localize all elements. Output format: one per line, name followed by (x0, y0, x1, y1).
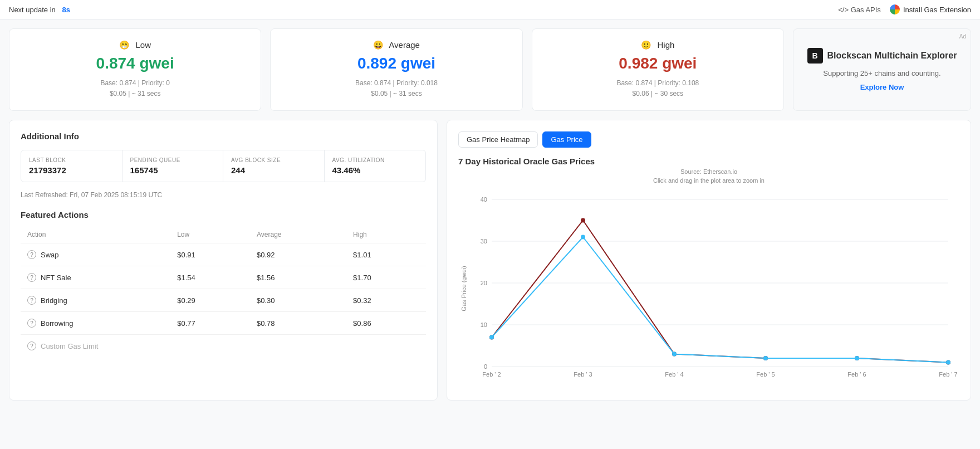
action-low: $1.54 (170, 266, 250, 289)
action-low: $0.29 (170, 289, 250, 312)
action-question-icon[interactable]: ? (27, 296, 36, 305)
action-name-text: Swap (41, 251, 59, 259)
top-bar: Next update in 8s </> Gas APIs Install G… (0, 0, 980, 19)
update-timer: Next update in 8s (9, 6, 70, 14)
gas-avg-value: 0.892 gwei (282, 55, 511, 72)
col-action: Action (21, 226, 170, 243)
chart-title: 7 Day Historical Oracle Gas Prices (458, 157, 959, 166)
action-high: $1.70 (346, 266, 426, 289)
chart-area[interactable]: 010203040Feb ' 2Feb ' 3Feb ' 4Feb ' 5Feb… (458, 188, 959, 389)
ad-badge: Ad (959, 33, 966, 40)
svg-text:20: 20 (481, 280, 487, 286)
stat-avg-utilization-value: 43.46% (332, 165, 418, 175)
action-average: $1.56 (250, 266, 346, 289)
gas-low-emoji: 😁 (119, 40, 130, 50)
stat-last-block-value: 21793372 (29, 165, 114, 175)
action-question-icon[interactable]: ? (27, 319, 36, 328)
ad-description: Supporting 25+ chains and counting. (823, 69, 940, 77)
action-average: $0.30 (250, 289, 346, 312)
gas-apis-button[interactable]: </> Gas APIs (838, 6, 881, 14)
table-row: ? Swap $0.91 $0.92 $1.01 (21, 243, 426, 266)
gas-card-average: 😀 Average 0.892 gwei Base: 0.874 | Prior… (270, 28, 522, 111)
action-low: $0.77 (170, 312, 250, 335)
action-name-cell: ? Bridging (21, 289, 170, 312)
svg-text:Gas Price (gwei): Gas Price (gwei) (460, 266, 467, 311)
gas-card-low: 😁 Low 0.874 gwei Base: 0.874 | Priority:… (9, 28, 261, 111)
ad-explore-link[interactable]: Explore Now (860, 83, 904, 91)
action-name-cell: ? Swap (21, 243, 170, 266)
stat-pending-queue: PENDING QUEUE 165745 (122, 150, 224, 182)
action-name-text: NFT Sale (41, 274, 71, 282)
gas-high-value: 0.982 gwei (543, 55, 772, 72)
tab-gas-price[interactable]: Gas Price (542, 131, 591, 148)
gas-price-chart[interactable]: 010203040Feb ' 2Feb ' 3Feb ' 4Feb ' 5Feb… (458, 188, 959, 389)
table-row: ? Bridging $0.29 $0.30 $0.32 (21, 289, 426, 312)
stat-avg-block-size-label: AVG BLOCK SIZE (231, 157, 316, 163)
top-bar-right: </> Gas APIs Install Gas Extension (838, 4, 971, 14)
svg-text:Feb ' 5: Feb ' 5 (756, 371, 775, 378)
svg-point-27 (855, 356, 859, 360)
svg-point-28 (946, 360, 950, 365)
svg-text:Feb ' 3: Feb ' 3 (574, 371, 592, 378)
custom-gas-limit-row[interactable]: ? (21, 335, 426, 358)
tab-gas-price-heatmap[interactable]: Gas Price Heatmap (458, 131, 538, 148)
last-refreshed: Last Refreshed: Fri, 07 Feb 2025 08:15:1… (21, 191, 426, 199)
additional-info-title: Additional Info (21, 131, 426, 141)
main-container: 😁 Low 0.874 gwei Base: 0.874 | Priority:… (0, 19, 980, 409)
stat-pending-queue-label: PENDING QUEUE (130, 157, 215, 163)
svg-text:Feb ' 7: Feb ' 7 (939, 371, 957, 378)
svg-text:40: 40 (481, 196, 487, 203)
chrome-icon (890, 4, 900, 14)
action-average: $0.92 (250, 243, 346, 266)
featured-actions-title: Featured Actions (21, 210, 426, 219)
col-high: High (346, 226, 426, 243)
gas-apis-label: </> Gas APIs (838, 6, 881, 14)
action-average: $0.78 (250, 312, 346, 335)
action-question-icon[interactable]: ? (27, 250, 36, 259)
ad-card: Ad B Blockscan Multichain Explorer Suppo… (793, 28, 971, 111)
svg-text:30: 30 (481, 238, 487, 245)
action-high: $0.86 (346, 312, 426, 335)
gas-cards-row: 😁 Low 0.874 gwei Base: 0.874 | Priority:… (9, 28, 971, 111)
gas-high-label: 🙂 High (543, 40, 772, 50)
table-row: ? Borrowing $0.77 $0.78 $0.86 (21, 312, 426, 335)
action-high: $1.01 (346, 243, 426, 266)
stats-grid: LAST BLOCK 21793372 PENDING QUEUE 165745… (21, 150, 426, 182)
content-row: Additional Info LAST BLOCK 21793372 PEND… (9, 120, 971, 401)
action-name-text: Borrowing (41, 319, 74, 328)
gas-low-details: Base: 0.874 | Priority: 0 $0.05 | ~ 31 s… (21, 78, 249, 99)
install-extension-button[interactable]: Install Gas Extension (890, 4, 971, 14)
svg-point-25 (672, 352, 677, 357)
chart-hint: Click and drag in the plot area to zoom … (458, 177, 959, 184)
custom-question-icon[interactable]: ? (27, 341, 36, 350)
ad-logo: B Blockscan Multichain Explorer (807, 48, 957, 64)
install-ext-label: Install Gas Extension (903, 6, 971, 14)
svg-text:Feb ' 4: Feb ' 4 (665, 371, 683, 378)
gas-low-value: 0.874 gwei (21, 55, 249, 72)
svg-text:Feb ' 6: Feb ' 6 (847, 371, 866, 378)
svg-point-18 (581, 218, 585, 223)
col-low: Low (170, 226, 250, 243)
action-question-icon[interactable]: ? (27, 273, 36, 282)
gas-high-emoji: 🙂 (641, 40, 651, 50)
stat-avg-block-size: AVG BLOCK SIZE 244 (223, 150, 325, 182)
svg-text:0: 0 (484, 363, 487, 370)
gas-card-high: 🙂 High 0.982 gwei Base: 0.874 | Priority… (532, 28, 784, 111)
stat-pending-queue-value: 165745 (130, 165, 215, 175)
left-panel: Additional Info LAST BLOCK 21793372 PEND… (9, 120, 438, 401)
countdown-value: 8s (62, 6, 70, 14)
gas-low-label: 😁 Low (21, 40, 249, 50)
table-row: ? NFT Sale $1.54 $1.56 $1.70 (21, 266, 426, 289)
svg-point-23 (489, 335, 494, 340)
update-text: Next update in (9, 6, 56, 14)
blockscan-icon: B (807, 48, 823, 64)
custom-gas-limit-input[interactable] (41, 342, 419, 350)
stat-avg-block-size-value: 244 (231, 165, 316, 175)
action-high: $0.32 (346, 289, 426, 312)
svg-text:Feb ' 2: Feb ' 2 (482, 371, 501, 378)
chart-tabs: Gas Price Heatmap Gas Price (458, 131, 959, 148)
chart-source: Source: Etherscan.io (458, 168, 959, 175)
action-name-cell: ? NFT Sale (21, 266, 170, 289)
action-name-text: Bridging (41, 296, 67, 305)
ad-logo-text: Blockscan Multichain Explorer (827, 51, 957, 61)
